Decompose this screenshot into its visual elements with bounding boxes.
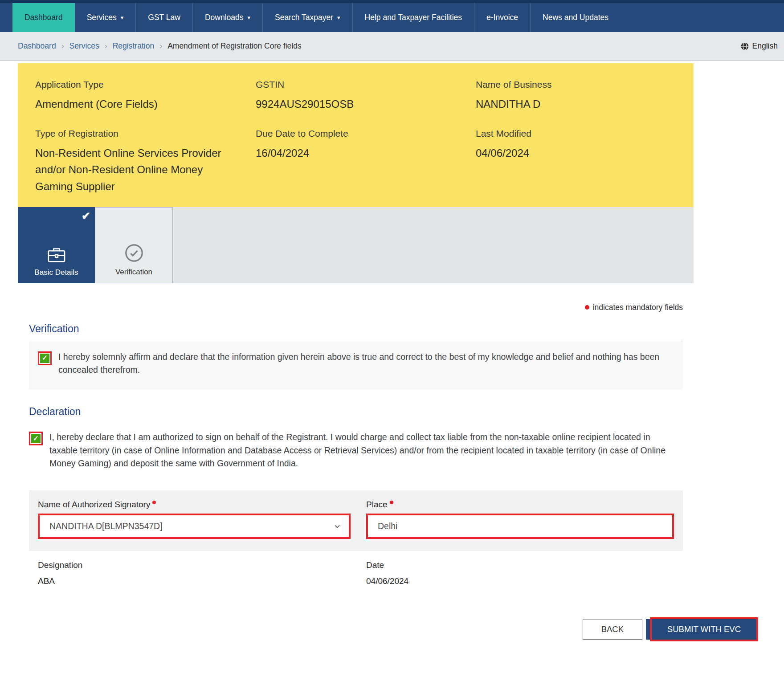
mandatory-dot-icon bbox=[585, 305, 589, 310]
nav-item-downloads[interactable]: Downloads▾ bbox=[193, 3, 263, 32]
nav-item-services[interactable]: Services▾ bbox=[75, 3, 136, 32]
application-summary-panel: Application Type Amendment (Core Fields)… bbox=[18, 63, 694, 207]
language-selector[interactable]: English bbox=[740, 41, 778, 51]
completed-checkmark-icon: ✔ bbox=[82, 210, 90, 222]
briefcase-icon bbox=[46, 245, 67, 264]
action-buttons-row: BACK SUBMIT WITH EVC bbox=[0, 617, 758, 641]
caret-down-icon: ▾ bbox=[337, 14, 340, 21]
chevron-down-icon bbox=[333, 522, 342, 531]
signature-fields-panel: Name of Authorized Signatory NANDITHA D[… bbox=[29, 490, 683, 551]
verification-heading: Verification bbox=[29, 323, 683, 335]
top-strip bbox=[0, 0, 784, 3]
nav-item-search-taxpayer[interactable]: Search Taxpayer▾ bbox=[263, 3, 353, 32]
designation-value: ABA bbox=[38, 576, 351, 586]
breadcrumb-separator-icon: › bbox=[61, 41, 64, 51]
language-label: English bbox=[752, 41, 778, 51]
nav-item-dashboard[interactable]: Dashboard bbox=[12, 3, 75, 32]
summary-application-type: Application Type Amendment (Core Fields) bbox=[35, 79, 256, 112]
checkbox-checkmark-icon: ✓ bbox=[31, 434, 41, 443]
summary-type-of-registration: Type of Registration Non-Resident Online… bbox=[35, 128, 256, 195]
tab-verification[interactable]: Verification bbox=[95, 207, 173, 283]
mandatory-note: indicates mandatory fields bbox=[29, 303, 683, 312]
breadcrumb-current: Amendment of Registration Core fields bbox=[167, 41, 302, 51]
tab-basic-details[interactable]: ✔ Basic Details bbox=[18, 207, 95, 283]
signatory-select[interactable]: NANDITHA D[BLMPN3547D] bbox=[38, 514, 351, 539]
declaration-statement: I, hereby declare that I am authorized t… bbox=[49, 431, 678, 470]
tab-basic-details-label: Basic Details bbox=[34, 268, 78, 277]
breadcrumb-separator-icon: › bbox=[105, 41, 107, 51]
summary-due-date: Due Date to Complete 16/04/2024 bbox=[256, 128, 476, 195]
submit-highlight-wrap: SUBMIT WITH EVC bbox=[646, 617, 758, 641]
designation-date-row: Designation ABA Date 04/06/2024 bbox=[29, 560, 683, 586]
breadcrumb-link-dashboard[interactable]: Dashboard bbox=[18, 41, 56, 51]
caret-down-icon: ▾ bbox=[121, 14, 124, 21]
verification-panel: ✓ I hereby solemnly affirm and declare t… bbox=[29, 341, 683, 390]
date-value: 04/06/2024 bbox=[366, 576, 683, 586]
submit-button-edge bbox=[646, 619, 650, 640]
main-content: indicates mandatory fields Verification … bbox=[29, 303, 683, 586]
step-tabs: ✔ Basic Details Verification bbox=[18, 207, 694, 283]
circle-check-icon bbox=[124, 243, 144, 263]
declaration-row: ✓ I, hereby declare that I am authorized… bbox=[29, 431, 683, 470]
main-navbar: Dashboard Services▾ GST Law Downloads▾ S… bbox=[0, 3, 784, 32]
nav-item-e-invoice[interactable]: e-Invoice bbox=[474, 3, 531, 32]
breadcrumb-link-services[interactable]: Services bbox=[69, 41, 99, 51]
required-indicator bbox=[152, 501, 156, 504]
designation-label: Designation bbox=[38, 560, 351, 570]
summary-name-of-business: Name of Business NANDITHA D bbox=[476, 79, 694, 112]
signatory-label: Name of Authorized Signatory bbox=[38, 500, 351, 510]
place-input[interactable] bbox=[366, 514, 674, 539]
caret-down-icon: ▾ bbox=[247, 14, 250, 21]
verification-statement: I hereby solemnly affirm and declare tha… bbox=[58, 351, 675, 377]
back-button[interactable]: BACK bbox=[583, 620, 642, 640]
verification-checkbox[interactable]: ✓ bbox=[38, 351, 52, 365]
breadcrumb-separator-icon: › bbox=[159, 41, 162, 51]
nav-item-news-updates[interactable]: News and Updates bbox=[531, 3, 621, 32]
declaration-checkbox[interactable]: ✓ bbox=[29, 432, 43, 445]
tab-verification-label: Verification bbox=[115, 268, 152, 277]
nav-item-gst-law[interactable]: GST Law bbox=[136, 3, 193, 32]
summary-gstin: GSTIN 9924AUS29015OSB bbox=[256, 79, 476, 112]
submit-with-evc-button[interactable]: SUBMIT WITH EVC bbox=[650, 617, 758, 641]
date-label: Date bbox=[366, 560, 683, 570]
summary-last-modified: Last Modified 04/06/2024 bbox=[476, 128, 694, 195]
globe-icon bbox=[740, 42, 749, 51]
checkbox-checkmark-icon: ✓ bbox=[40, 354, 49, 363]
signatory-select-value: NANDITHA D[BLMPN3547D] bbox=[49, 521, 163, 531]
breadcrumb: Dashboard › Services › Registration › Am… bbox=[0, 32, 784, 61]
required-indicator bbox=[390, 501, 393, 504]
nav-item-help-facilities[interactable]: Help and Taxpayer Facilities bbox=[353, 3, 475, 32]
declaration-heading: Declaration bbox=[29, 406, 683, 418]
breadcrumb-link-registration[interactable]: Registration bbox=[113, 41, 154, 51]
place-label: Place bbox=[366, 500, 674, 510]
